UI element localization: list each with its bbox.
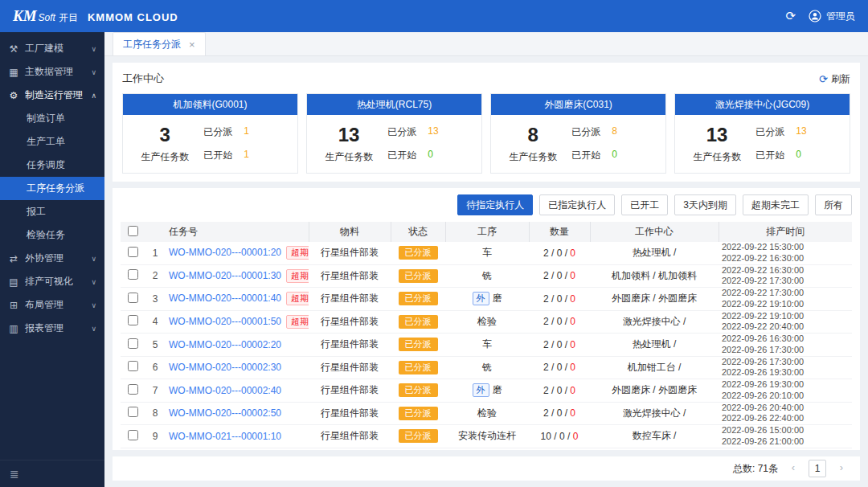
filter-button-due-in-3-days[interactable]: 3天内到期 [674, 194, 736, 215]
list-icon: ▤ [8, 276, 19, 288]
started-label: 已开始 [571, 149, 600, 162]
row-checkbox[interactable] [128, 315, 138, 325]
refresh-button[interactable]: ⟳ 刷新 [819, 72, 850, 86]
select-all-checkbox[interactable] [128, 226, 138, 236]
task-number-link[interactable]: WO-MMO-020---00002:20 [169, 339, 281, 350]
task-number-link[interactable]: WO-MMO-020---00002:50 [169, 407, 281, 419]
table-row[interactable]: 1 WO-MMO-020---00001:20超期 行星组件部装 已分派 车 2… [121, 242, 852, 264]
process-name: 检验 [477, 316, 497, 327]
table-row[interactable]: 10 WO-MMO-021---00001:30 行星组件部装 已分派 安装固定… [121, 448, 852, 450]
table-row[interactable]: 8 WO-MMO-020---00002:50 行星组件部装 已分派 检验 2 … [121, 402, 852, 425]
sidebar-item-factory-modeling[interactable]: ⚒ 工厂建模 ∨ [0, 37, 104, 60]
assigned-label: 已分派 [387, 125, 416, 139]
workcenter-cell: 机加钳工台 / [590, 356, 719, 379]
process-cell: 安装固定端盖 [445, 448, 529, 450]
chevron-icon: ∨ [91, 278, 96, 286]
collapse-sidebar-icon[interactable]: ≣ [10, 468, 19, 481]
current-page-button[interactable]: 1 [809, 460, 826, 477]
table-row[interactable]: 7 WO-MMO-020---00002:40 行星组件部装 已分派 外磨 2 … [121, 379, 852, 403]
workcenter-card-3[interactable]: 外圆磨床(C031) 8 生产任务数 已分派8 已开始0 [490, 93, 666, 174]
filter-button-assigned-assignee[interactable]: 已指定执行人 [539, 194, 615, 215]
row-checkbox[interactable] [128, 293, 138, 303]
sidebar-item-outsourcing[interactable]: ⇄ 外协管理 ∨ [0, 247, 104, 270]
user-menu[interactable]: 管理员 [809, 10, 855, 23]
table-row[interactable]: 5 WO-MMO-020---00002:20 行星组件部装 已分派 车 2 /… [121, 334, 852, 357]
task-number-link[interactable]: WO-MMO-020---00001:20 [169, 247, 281, 258]
table-row[interactable]: 6 WO-MMO-020---00002:30 行星组件部装 已分派 铣 2 /… [121, 356, 852, 379]
filter-button-started[interactable]: 已开工 [621, 194, 668, 215]
workcenter-cell: 热处理机 / [590, 242, 719, 264]
prev-page-button[interactable]: ‹ [784, 460, 802, 477]
logo-km: KM [13, 7, 37, 25]
started-count: 1 [244, 149, 249, 162]
col-process: 工序 [445, 222, 529, 242]
row-checkbox[interactable] [128, 407, 138, 417]
workcenter-cell: 热处理机 / [590, 334, 719, 357]
sidebar-subitem-mfg-orders[interactable]: 制造订单 [0, 107, 104, 130]
sidebar-item-master-data[interactable]: ▦ 主数据管理 ∨ [0, 60, 104, 84]
filter-button-overdue-unfinished[interactable]: 超期未完工 [743, 194, 809, 215]
started-count: 0 [612, 149, 617, 162]
row-checkbox[interactable] [128, 430, 138, 440]
assigned-count: 13 [428, 125, 438, 139]
database-icon: ▦ [8, 67, 19, 78]
process-name: 检验 [477, 407, 497, 419]
workcenter-cell: 外圆磨床 / 外圆磨床 [590, 379, 719, 403]
workcenter-card-1[interactable]: 机加领料(G0001) 3 生产任务数 已分派1 已开始1 [122, 93, 298, 174]
table-row[interactable]: 2 WO-MMO-020---00001:30超期 行星组件部装 已分派 铣 2… [121, 264, 852, 288]
schedule-cell: 2022-09-26 15:00:00 2022-09-26 21:00:00 [719, 425, 852, 448]
row-checkbox[interactable] [128, 269, 138, 280]
task-number-link[interactable]: WO-MMO-020---00002:30 [169, 362, 281, 373]
workcenter-cell: 外圆磨床 / 外圆磨床 [590, 288, 719, 311]
schedule-cell: 2022-09-22 17:30:00 2022-09-22 19:10:00 [719, 288, 852, 311]
task-number-link[interactable]: WO-MMO-020---00001:50 [169, 316, 281, 327]
process-cell: 安装传动连杆 [445, 425, 529, 448]
overdue-badge: 超期 [286, 292, 309, 305]
row-checkbox[interactable] [128, 338, 138, 349]
filter-button-all[interactable]: 所有 [815, 194, 852, 215]
table-row[interactable]: 4 WO-MMO-020---00001:50超期 行星组件部装 已分派 检验 … [121, 310, 852, 334]
row-checkbox[interactable] [128, 247, 138, 257]
row-checkbox[interactable] [128, 384, 138, 395]
status-badge: 已分派 [399, 407, 438, 420]
overdue-badge: 超期 [286, 315, 309, 329]
table-header-row: 任务号 物料 状态 工序 数量 工作中心 排产时间 [121, 222, 852, 242]
tab-close-icon[interactable]: × [189, 39, 195, 51]
task-number-link[interactable]: WO-MMO-020---00002:40 [169, 385, 281, 396]
material-cell: 行星组件部装 [309, 379, 391, 403]
table-row[interactable]: 9 WO-MMO-021---00001:10 行星组件部装 已分派 安装传动连… [121, 425, 852, 448]
schedule-cell: 2022-09-22 19:10:00 2022-09-22 20:40:00 [719, 310, 852, 334]
user-avatar-icon [809, 10, 821, 23]
sidebar-subitem-process-task-dispatch[interactable]: 工序任务分派 [0, 177, 104, 200]
workcenter-card-2[interactable]: 热处理机(RCL75) 13 生产任务数 已分派13 已开始0 [306, 93, 482, 174]
sidebar-subitem-work-report[interactable]: 报工 [0, 200, 104, 223]
sidebar-subitem-task-scheduling[interactable]: 任务调度 [0, 153, 104, 177]
outsource-tag: 外 [473, 383, 489, 397]
row-index: 10 [145, 448, 166, 450]
task-count: 13 [312, 124, 386, 146]
workcenter-card-4[interactable]: 激光焊接中心(JGC09) 13 生产任务数 已分派13 已开始0 [674, 93, 850, 174]
sync-icon[interactable]: ⟳ [785, 9, 796, 23]
tab-process-task-dispatch[interactable]: 工序任务分派 × [113, 32, 206, 55]
sidebar-subitem-work-orders[interactable]: 生产工单 [0, 130, 104, 153]
task-number-link[interactable]: WO-MMO-020---00001:30 [169, 270, 281, 281]
schedule-cell: 2022-09-26 20:40:00 2022-09-26 22:40:00 [719, 402, 852, 425]
sidebar-item-report-mgmt[interactable]: ▥ 报表管理 ∨ [0, 317, 104, 340]
col-workcenter: 工作中心 [590, 222, 719, 242]
filter-button-pending-assignee[interactable]: 待指定执行人 [457, 194, 533, 215]
sidebar-item-manufacturing-ops[interactable]: ⚙ 制造运行管理 ∧ [0, 84, 104, 107]
table-row[interactable]: 3 WO-MMO-020---00001:40超期 行星组件部装 已分派 外磨 … [121, 288, 852, 311]
task-number-link[interactable]: WO-MMO-020---00001:40 [169, 293, 281, 304]
sidebar: ⚒ 工厂建模 ∨ ▦ 主数据管理 ∨ ⚙ 制造运行管理 ∧ 制造订单生产工单任务… [0, 32, 104, 487]
task-table-panel: 待指定执行人已指定执行人已开工3天内到期超期未完工所有 任务号 物料 [113, 188, 860, 450]
next-page-button[interactable]: › [833, 460, 850, 477]
sidebar-subitem-inspection-tasks[interactable]: 检验任务 [0, 223, 104, 247]
quantity-cell: 2 / 0 / 0 [529, 310, 590, 334]
task-number-link[interactable]: WO-MMO-021---00001:10 [169, 431, 281, 442]
sidebar-item-layout-mgmt[interactable]: ⊞ 布局管理 ∨ [0, 293, 104, 317]
filter-row: 待指定执行人已指定执行人已开工3天内到期超期未完工所有 [121, 193, 852, 222]
sidebar-item-scheduling-viz[interactable]: ▤ 排产可视化 ∨ [0, 270, 104, 293]
started-label: 已开始 [203, 149, 232, 162]
row-checkbox[interactable] [128, 361, 138, 371]
row-index: 2 [145, 264, 166, 288]
